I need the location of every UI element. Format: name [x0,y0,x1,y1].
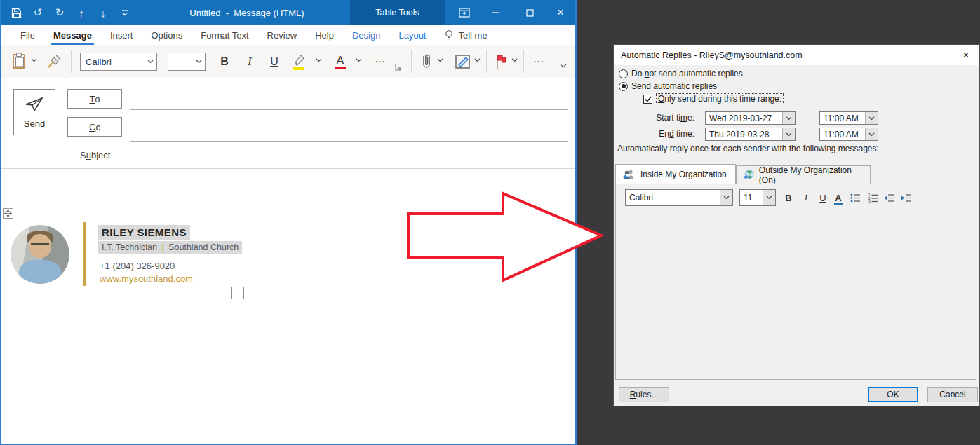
chevron-down-icon[interactable] [865,128,878,140]
rules-button[interactable]: Rules... [619,387,669,402]
radio-do-not-send[interactable]: Do not send automatic replies [619,68,743,79]
attach-dropdown-icon[interactable] [437,58,443,62]
font-color-dropdown-icon[interactable] [356,58,362,62]
end-time-combobox[interactable]: 11:00 AM [819,128,878,141]
chevron-down-icon[interactable] [763,190,775,205]
tab-file[interactable]: File [11,25,44,45]
signature-website[interactable]: www.mysouthland.com [100,273,193,284]
signature-role: I.T. Technician [102,242,157,252]
signature-icon[interactable] [453,50,473,73]
editor-font-combobox[interactable]: Calibri [625,189,733,206]
tab-insert[interactable]: Insert [101,25,142,45]
tab-tell-me[interactable]: Tell me [435,25,496,45]
font-name-value: Calibri [81,57,144,67]
maximize-button[interactable] [521,0,539,25]
tab-help[interactable]: Help [306,25,343,45]
editor-decrease-indent-icon[interactable] [881,189,897,206]
signature-photo [11,225,69,284]
tab-review[interactable]: Review [258,25,307,45]
tab-inside-label: Inside My Organization [640,170,727,179]
redo-icon[interactable]: ↻ [53,4,66,21]
checkbox-checked-icon[interactable] [643,95,652,104]
radio-selected-icon[interactable] [619,82,628,91]
message-header: Send To Cc Subject [1,78,575,169]
tab-format-text[interactable]: Format Text [192,25,257,45]
save-icon[interactable] [10,4,22,21]
chevron-down-icon[interactable] [782,112,795,124]
tell-me-label: Tell me [458,30,487,41]
italic-button[interactable]: I [241,51,258,72]
ok-button[interactable]: OK [868,387,918,402]
to-field[interactable] [130,109,568,110]
window-title: Untitled - Message (HTML) [180,0,314,25]
editor-font-value: Calibri [626,190,720,205]
editor-font-color-button[interactable]: A [831,189,846,206]
basic-text-dialog-launcher-icon[interactable] [394,63,403,71]
cc-field[interactable] [130,141,568,142]
editor-increase-indent-icon[interactable] [899,189,914,206]
cc-button[interactable]: Cc [67,117,122,137]
time-range-checkbox-label: Only send during this time range: [656,93,784,104]
move-up-icon[interactable]: ↑ [75,4,88,21]
start-date-combobox[interactable]: Wed 2019-03-27 [705,111,796,125]
people-icon [622,170,636,180]
chevron-down-icon[interactable] [720,190,732,205]
editor-size-combobox[interactable]: 11 [739,189,776,206]
editor-numbered-list-icon[interactable]: 123 [865,189,880,206]
editor-bold-button[interactable]: B [781,189,796,206]
start-time-label: Start time: [635,111,694,125]
tab-layout[interactable]: Layout [389,25,435,45]
undo-icon[interactable]: ↺ [32,4,44,21]
highlight-dropdown-icon[interactable] [316,58,322,62]
time-range-checkbox[interactable]: Only send during this time range: [643,93,784,104]
group-separator [486,50,487,73]
start-time-combobox[interactable]: 11:00 AM [819,111,878,125]
dialog-titlebar: Automatic Replies - RileyS@mysouthland.c… [614,45,979,65]
tab-message[interactable]: Message [44,25,101,45]
chevron-down-icon[interactable] [192,60,205,64]
paste-dropdown-icon[interactable] [31,58,37,62]
tab-design[interactable]: Design [343,25,389,45]
ribbon-display-options-icon[interactable] [455,0,474,25]
more-commands-button[interactable]: ⋯ [529,51,549,72]
editor-italic-button[interactable]: I [798,189,814,206]
subject-label[interactable]: Subject [80,150,110,160]
automatic-replies-dialog: Automatic Replies - RileyS@mysouthland.c… [613,44,980,406]
format-painter-icon[interactable] [43,51,65,72]
move-down-icon[interactable]: ↓ [97,4,109,21]
collapse-ribbon-icon[interactable] [560,64,567,69]
tab-outside-my-organization[interactable]: Outside My Organization (On) [736,165,871,184]
signature-dropdown-icon[interactable] [474,58,481,62]
editor-underline-button[interactable]: U [815,189,831,206]
tab-inside-my-organization[interactable]: Inside My Organization [615,164,736,184]
close-button[interactable]: × [551,0,570,25]
flag-dropdown-icon[interactable] [511,58,518,62]
attach-file-icon[interactable] [418,50,435,73]
end-date-combobox[interactable]: Thu 2019-03-28 [705,128,796,141]
radio-send-automatic[interactable]: Send automatic replies [619,81,717,92]
cancel-button[interactable]: Cancel [927,387,978,402]
dialog-close-button[interactable]: × [955,45,976,65]
follow-up-flag-icon[interactable] [492,50,510,73]
bold-button[interactable]: B [216,51,233,72]
font-size-combobox[interactable] [168,53,206,71]
paste-icon[interactable] [10,50,28,71]
send-button[interactable]: Send [13,89,55,135]
table-move-handle-icon[interactable] [3,208,13,219]
chevron-down-icon[interactable] [865,112,878,124]
minimize-button[interactable] [487,0,505,25]
radio-send-automatic-label: Send automatic replies [631,81,717,91]
tab-options[interactable]: Options [142,25,192,45]
font-name-combobox[interactable]: Calibri [80,53,157,71]
more-formatting-button[interactable]: ⋯ [370,51,390,72]
underline-button[interactable]: U [266,51,283,72]
editor-bullet-list-icon[interactable] [847,189,863,206]
chevron-down-icon[interactable] [144,60,156,64]
to-button[interactable]: To [67,89,122,109]
radio-icon[interactable] [619,69,628,78]
ribbon-tab-strip: File Message Insert Options Format Text … [1,25,575,45]
font-color-icon[interactable]: A [331,50,349,73]
text-highlight-icon[interactable] [289,50,309,73]
chevron-down-icon[interactable] [782,128,795,140]
customize-qat-icon[interactable] [119,4,131,21]
